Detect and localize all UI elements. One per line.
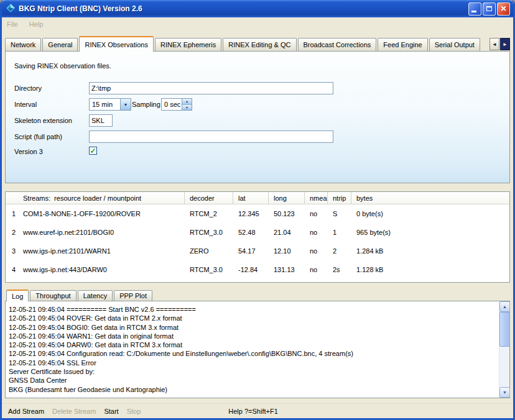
menu-file[interactable]: File bbox=[7, 21, 18, 28]
header-decoder[interactable]: decoder bbox=[185, 192, 233, 204]
tab-broadcast-corrections[interactable]: Broadcast Corrections bbox=[298, 38, 377, 51]
cell-nmea: no bbox=[305, 242, 328, 260]
app-window: BKG Ntrip Client (BNC) Version 2.6 ✕ Fil… bbox=[0, 0, 515, 420]
header-mountpoint[interactable]: Streams: resource loader / mountpoint bbox=[6, 192, 185, 204]
skeleton-extension-label: Skeleton extension bbox=[14, 117, 72, 124]
app-icon bbox=[6, 4, 16, 14]
cell-bytes: 1.128 kB bbox=[351, 260, 509, 279]
row-number: 2 bbox=[6, 223, 22, 242]
maximize-button[interactable] bbox=[483, 2, 496, 16]
sampling-spin-buttons: ▲ ▼ bbox=[182, 99, 192, 110]
help-shortcut-label: Help ?=Shift+F1 bbox=[228, 408, 278, 415]
cell-decoder: RTCM_3.0 bbox=[185, 260, 233, 279]
cell-long: 12.10 bbox=[269, 242, 305, 260]
tab-latency[interactable]: Latency bbox=[78, 290, 113, 301]
panel-description: Saving RINEX observation files. bbox=[14, 62, 111, 70]
tab-scroll-left-button[interactable]: ◄ bbox=[489, 38, 499, 50]
log-line: BKG (Bundesamt fuer Geodaesie und Kartog… bbox=[9, 385, 497, 394]
tab-label: Log bbox=[12, 293, 23, 300]
tab-label: Serial Output bbox=[435, 41, 475, 48]
scroll-up-button[interactable]: ▲ bbox=[499, 301, 510, 312]
tab-ppp-plot[interactable]: PPP Plot bbox=[114, 290, 152, 301]
log-line: 12-05-21 09:45:04 ========== Start BNC v… bbox=[9, 305, 497, 314]
log-scrollbar[interactable]: ▲ ▼ bbox=[499, 301, 509, 398]
menubar: File Help bbox=[2, 17, 513, 31]
header-nmea[interactable]: nmea bbox=[305, 192, 328, 204]
tab-rinex-ephemeris[interactable]: RINEX Ephemeris bbox=[155, 38, 221, 51]
titlebar[interactable]: BKG Ntrip Client (BNC) Version 2.6 ✕ bbox=[2, 0, 513, 17]
sampling-down-button[interactable]: ▼ bbox=[182, 105, 192, 111]
log-line: 12-05-21 09:45:04 WARN1: Get data in ori… bbox=[9, 332, 497, 340]
status-bar: Add Stream Delete Stream Start Stop Help… bbox=[2, 403, 513, 418]
tab-label: RINEX Editing & QC bbox=[228, 41, 290, 48]
add-stream-button[interactable]: Add Stream bbox=[8, 408, 44, 415]
stop-button: Stop bbox=[127, 408, 141, 415]
script-full-path-label: Script (full path) bbox=[14, 133, 62, 140]
version3-checkbox[interactable]: ✓ bbox=[89, 147, 97, 155]
version3-label: Version 3 bbox=[14, 148, 43, 155]
cell-lat: 52.48 bbox=[233, 223, 269, 242]
bottom-tab-bar: Log Throughput Latency PPP Plot bbox=[6, 289, 154, 301]
scrollbar-thumb[interactable] bbox=[499, 312, 510, 347]
cell-mountpoint: www.euref-ip.net:2101/BOGI0 bbox=[22, 223, 185, 242]
tab-label: Network bbox=[11, 41, 35, 48]
tab-serial-output[interactable]: Serial Output bbox=[429, 38, 480, 51]
directory-label: Directory bbox=[14, 84, 42, 92]
interval-label: Interval bbox=[14, 101, 37, 108]
tab-scroll-right-icon: ► bbox=[503, 42, 508, 47]
tab-log[interactable]: Log bbox=[6, 290, 29, 301]
row-number: 3 bbox=[6, 242, 22, 260]
log-line: Server Certificate Issued by: bbox=[9, 367, 497, 376]
cell-nmea: no bbox=[305, 204, 328, 223]
window-body: File Help Network General RINEX Observat… bbox=[2, 17, 513, 418]
tab-rinex-observations[interactable]: RINEX Observations bbox=[79, 36, 153, 52]
sampling-label: Sampling bbox=[132, 101, 160, 108]
maximize-icon bbox=[486, 6, 492, 11]
skeleton-extension-input[interactable] bbox=[89, 114, 113, 127]
sampling-stepper[interactable]: 0 sec ▲ ▼ bbox=[161, 98, 192, 111]
table-row[interactable]: 2 www.euref-ip.net:2101/BOGI0 RTCM_3.0 5… bbox=[6, 223, 509, 242]
scroll-down-button[interactable]: ▼ bbox=[499, 387, 510, 398]
tab-throughput[interactable]: Throughput bbox=[30, 290, 76, 301]
tab-label: Latency bbox=[83, 292, 108, 299]
log-pane: 12-05-21 09:45:04 ========== Start BNC v… bbox=[5, 301, 510, 398]
header-ntrip[interactable]: ntrip bbox=[328, 192, 351, 204]
sampling-value: 0 sec bbox=[162, 99, 182, 110]
header-long[interactable]: long bbox=[269, 192, 305, 204]
tab-rinex-editing-qc[interactable]: RINEX Editing & QC bbox=[223, 38, 296, 51]
minimize-button[interactable] bbox=[468, 2, 481, 16]
menu-help[interactable]: Help bbox=[29, 21, 44, 28]
directory-input[interactable] bbox=[89, 82, 333, 94]
tab-general[interactable]: General bbox=[42, 38, 78, 51]
tab-label: RINEX Observations bbox=[85, 41, 147, 48]
header-bytes[interactable]: bytes bbox=[351, 192, 509, 204]
table-row[interactable]: 1 COM1-8-NONE-1-OFF-19200/ROVER RTCM_2 1… bbox=[6, 204, 509, 223]
window-title: BKG Ntrip Client (BNC) Version 2.6 bbox=[19, 4, 467, 13]
check-icon: ✓ bbox=[90, 147, 96, 155]
header-lat[interactable]: lat bbox=[233, 192, 269, 204]
close-button[interactable]: ✕ bbox=[497, 2, 510, 16]
cell-decoder: RTCM_2 bbox=[185, 204, 233, 223]
tab-label: Broadcast Corrections bbox=[304, 41, 371, 48]
tab-scroll-right-button[interactable]: ► bbox=[500, 38, 510, 50]
close-icon: ✕ bbox=[500, 4, 506, 13]
start-button[interactable]: Start bbox=[104, 408, 118, 415]
row-number: 4 bbox=[6, 260, 22, 279]
chevron-down-icon: ▼ bbox=[124, 103, 128, 107]
table-row[interactable]: 4 www.igs-ip.net:443/DARW0 RTCM_3.0 -12.… bbox=[6, 260, 509, 279]
interval-dropdown-button[interactable]: ▼ bbox=[120, 99, 131, 110]
tab-feed-engine[interactable]: Feed Engine bbox=[378, 38, 427, 51]
tab-network[interactable]: Network bbox=[5, 38, 41, 51]
minimize-icon bbox=[471, 11, 476, 12]
interval-select[interactable]: 15 min ▼ bbox=[89, 98, 131, 111]
rinex-observations-panel: Saving RINEX observation files. Director… bbox=[5, 51, 510, 183]
sampling-up-button[interactable]: ▲ bbox=[182, 99, 192, 105]
log-line: 12-05-21 09:45:04 ROVER: Get data in RTC… bbox=[9, 314, 497, 322]
cell-long: 50.123 bbox=[269, 204, 305, 223]
table-row[interactable]: 3 www.igs-ip.net:2101/WARN1 ZERO 54.17 1… bbox=[6, 242, 509, 260]
cell-bytes: 965 byte(s) bbox=[351, 223, 509, 242]
cell-mountpoint: COM1-8-NONE-1-OFF-19200/ROVER bbox=[22, 204, 185, 223]
cell-ntrip: 1 bbox=[328, 223, 351, 242]
streams-table: Streams: resource loader / mountpoint de… bbox=[5, 191, 510, 283]
script-full-path-input[interactable] bbox=[89, 130, 333, 143]
